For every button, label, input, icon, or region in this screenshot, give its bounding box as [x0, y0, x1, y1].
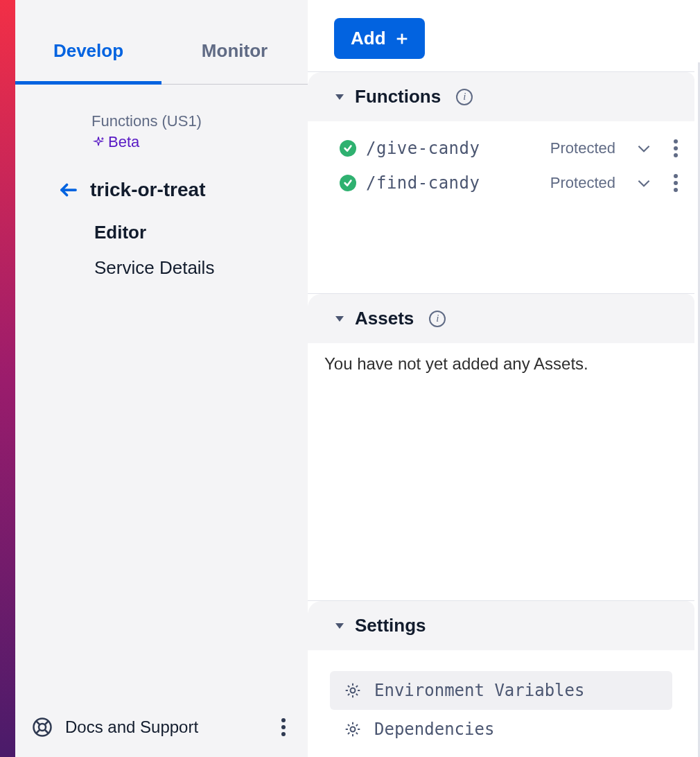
caret-down-icon: [334, 620, 345, 632]
gear-icon: [344, 720, 362, 738]
function-row[interactable]: /find-candy Protected: [308, 166, 694, 200]
section-title-settings: Settings: [355, 615, 426, 636]
beta-badge: Beta: [91, 133, 308, 151]
svg-point-6: [351, 727, 356, 732]
section-settings: Settings Environment Variables Dependenc…: [308, 600, 694, 757]
function-row[interactable]: /give-candy Protected: [308, 131, 694, 166]
arrow-left-icon: [58, 180, 79, 200]
settings-item-label: Dependencies: [374, 720, 494, 739]
breadcrumb-label: Functions (US1): [91, 112, 308, 130]
svg-marker-3: [335, 316, 344, 322]
docs-support-link[interactable]: Docs and Support: [65, 717, 263, 737]
add-button-label: Add: [351, 28, 386, 49]
sidebar-item-editor[interactable]: Editor: [94, 222, 308, 243]
function-visibility: Protected: [550, 139, 615, 157]
sidebar-footer: Docs and Support: [15, 703, 308, 757]
add-button[interactable]: Add: [334, 18, 425, 59]
chevron-down-icon[interactable]: [635, 174, 653, 192]
settings-item-dependencies[interactable]: Dependencies: [330, 710, 672, 749]
settings-item-label: Environment Variables: [374, 681, 584, 700]
toolbar: Add: [308, 0, 694, 71]
gear-icon: [344, 681, 362, 699]
check-circle-icon: [340, 140, 356, 157]
info-icon[interactable]: i: [429, 311, 446, 327]
svg-point-5: [351, 688, 356, 693]
chevron-down-icon[interactable]: [635, 139, 653, 157]
tab-develop[interactable]: Develop: [15, 28, 161, 85]
section-assets: Assets i You have not yet added any Asse…: [308, 293, 694, 600]
service-back-row[interactable]: trick-or-treat: [15, 151, 308, 201]
section-header-functions[interactable]: Functions i: [308, 72, 694, 121]
function-more-button[interactable]: [668, 173, 683, 193]
caret-down-icon: [334, 313, 345, 324]
svg-point-1: [39, 724, 46, 731]
sidebar-subnav: Editor Service Details: [15, 201, 308, 279]
lifebuoy-icon: [32, 717, 53, 738]
plus-icon: [394, 31, 410, 46]
app-root: Develop Monitor Functions (US1) Beta tri…: [0, 0, 700, 757]
section-header-assets[interactable]: Assets i: [308, 294, 694, 343]
main-panel: Add Functions i /give-candy Protected: [308, 0, 700, 757]
functions-list: /give-candy Protected /find-candy Protec…: [308, 121, 694, 205]
section-title-functions: Functions: [355, 86, 441, 107]
function-visibility: Protected: [550, 174, 615, 192]
assets-empty-text: You have not yet added any Assets.: [308, 343, 694, 374]
settings-list: Environment Variables Dependencies: [308, 650, 694, 757]
sidebar-more-button[interactable]: [276, 717, 291, 738]
section-header-settings[interactable]: Settings: [308, 601, 694, 650]
function-name: /give-candy: [366, 139, 480, 158]
svg-marker-2: [335, 94, 344, 100]
sidebar-tabs: Develop Monitor: [15, 0, 308, 85]
service-name: trick-or-treat: [90, 179, 205, 201]
settings-item-env-vars[interactable]: Environment Variables: [330, 671, 672, 710]
brand-edge-strip: [0, 0, 15, 757]
check-circle-icon: [340, 175, 356, 191]
sidebar: Develop Monitor Functions (US1) Beta tri…: [15, 0, 308, 757]
svg-marker-4: [335, 623, 344, 629]
function-more-button[interactable]: [668, 138, 683, 159]
breadcrumb: Functions (US1) Beta: [15, 85, 308, 151]
function-name: /find-candy: [366, 173, 480, 193]
caret-down-icon: [334, 92, 345, 103]
sparkle-icon: [91, 135, 105, 149]
section-functions: Functions i /give-candy Protected /find-…: [308, 71, 694, 293]
info-icon[interactable]: i: [456, 89, 473, 105]
sidebar-item-service-details[interactable]: Service Details: [94, 257, 308, 279]
beta-label: Beta: [108, 133, 139, 151]
tab-monitor[interactable]: Monitor: [161, 28, 308, 85]
section-title-assets: Assets: [355, 308, 414, 329]
